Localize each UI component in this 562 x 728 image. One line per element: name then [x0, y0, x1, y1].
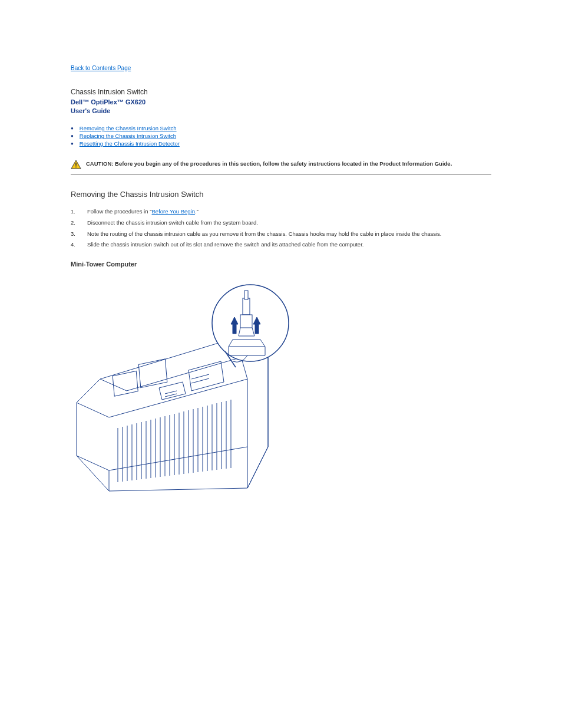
- bullet-icon: ●: [71, 126, 74, 131]
- back-to-contents-link[interactable]: Back to Contents Page: [71, 65, 131, 71]
- step-item: 2. Disconnect the chassis intrusion swit…: [71, 219, 491, 227]
- step-text-after: .": [195, 208, 199, 215]
- step-text-body: Note the routing of the chassis intrusio…: [87, 230, 441, 237]
- bullet-icon: ●: [71, 141, 74, 146]
- svg-line-6: [191, 374, 209, 379]
- step-item: 4. Slide the chassis intrusion switch ou…: [71, 241, 491, 249]
- step-text: Slide the chassis intrusion switch out o…: [87, 241, 363, 249]
- svg-rect-35: [243, 298, 250, 315]
- caution-text: CAUTION: Before you begin any of the pro…: [86, 159, 452, 167]
- bullet-icon: ●: [71, 133, 74, 139]
- steps-list: 1. Follow the procedures in "Before You …: [71, 208, 491, 249]
- toc-link-replacing[interactable]: Replacing the Chassis Intrusion Switch: [80, 133, 176, 139]
- toc-item: ● Removing the Chassis Intrusion Switch: [71, 125, 491, 131]
- subtitle-line-2: User's Guide: [71, 107, 491, 114]
- svg-line-7: [191, 378, 209, 383]
- toc-link-removing[interactable]: Removing the Chassis Intrusion Switch: [80, 125, 177, 131]
- toc-link-resetting[interactable]: Resetting the Chassis Intrusion Detector: [80, 140, 180, 147]
- svg-rect-2: [113, 371, 138, 397]
- step-number: 1.: [71, 208, 87, 216]
- step-item: 1. Follow the procedures in "Before You …: [71, 208, 491, 216]
- toc-item: ● Resetting the Chassis Intrusion Detect…: [71, 140, 491, 147]
- caution-prefix: CAUTION:: [86, 160, 113, 167]
- caution-triangle-icon: [71, 160, 81, 170]
- step-text-before: Follow the procedures in ": [87, 208, 152, 215]
- svg-line-4: [165, 391, 177, 394]
- subsection-header-mini-tower: Mini-Tower Computer: [71, 261, 491, 268]
- svg-rect-37: [240, 315, 252, 328]
- caution-block: CAUTION: Before you begin any of the pro…: [71, 159, 491, 174]
- step-text: Disconnect the chassis intrusion switch …: [87, 219, 258, 227]
- step-item: 3. Note the routing of the chassis intru…: [71, 230, 491, 238]
- step-text: Follow the procedures in "Before You Beg…: [87, 208, 199, 216]
- section-header-removing: Removing the Chassis Intrusion Switch: [71, 190, 491, 199]
- svg-rect-36: [244, 291, 248, 299]
- subtitle-line-1: Dell™ OptiPlex™ GX620: [71, 98, 491, 106]
- svg-rect-0: [75, 163, 77, 166]
- before-you-begin-link[interactable]: Before You Begin: [152, 208, 195, 215]
- page-title: Chassis Intrusion Switch: [71, 88, 491, 96]
- svg-rect-1: [75, 167, 77, 168]
- computer-chassis-figure: [71, 276, 300, 503]
- caution-body: Before you begin any of the procedures i…: [115, 160, 452, 167]
- step-number: 3.: [71, 230, 87, 238]
- toc-item: ● Replacing the Chassis Intrusion Switch: [71, 133, 491, 139]
- step-number: 2.: [71, 219, 87, 227]
- step-number: 4.: [71, 241, 87, 249]
- step-text: Note the routing of the chassis intrusio…: [87, 230, 441, 238]
- toc-list: ● Removing the Chassis Intrusion Switch …: [71, 125, 491, 147]
